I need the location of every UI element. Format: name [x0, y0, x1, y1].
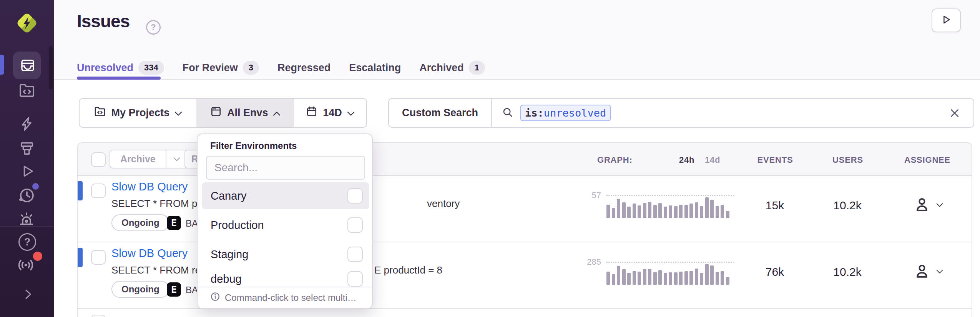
issue-select-checkbox[interactable] — [91, 250, 106, 265]
graph-range-24h[interactable]: 24h — [679, 155, 694, 165]
tab-escalating[interactable]: Escalating — [349, 62, 401, 74]
assignee-selector[interactable] — [914, 263, 943, 281]
sidebar-expand-button[interactable] — [22, 288, 35, 301]
info-icon — [210, 292, 220, 304]
play-outline-icon — [20, 163, 36, 179]
issue-title-link[interactable]: Slow DB Query — [111, 180, 188, 193]
app-logo[interactable] — [14, 10, 40, 36]
folder-code-icon — [18, 82, 36, 99]
title-help-icon[interactable]: ? — [146, 20, 161, 35]
chevron-down-icon — [174, 107, 182, 119]
tab-regressed[interactable]: Regressed — [277, 62, 331, 74]
event-sparkline — [606, 262, 734, 285]
sidebar-item-help[interactable]: ? — [18, 233, 36, 251]
search-input-area[interactable]: is:unresolved — [492, 105, 973, 121]
issue-tabs: Unresolved 334 For Review 3 Regressed Es… — [77, 58, 485, 77]
environments-filter-button[interactable]: All Envs — [196, 99, 294, 127]
env-option-canary[interactable]: Canary — [202, 182, 369, 209]
env-option-staging[interactable]: Staging — [202, 241, 369, 268]
sidebar-item-activity[interactable] — [17, 186, 36, 205]
page-filter-bar: My Projects All Envs — [79, 98, 367, 128]
assignee-selector[interactable] — [914, 197, 943, 214]
users-count: 10.2k — [821, 199, 874, 212]
date-range-filter-button[interactable]: 14D — [294, 99, 366, 127]
issue-subtitle-continued: E productId = 8 — [374, 264, 442, 276]
graph-range-14d[interactable]: 14d — [705, 155, 720, 165]
issue-subtitle-continued: ventory — [427, 198, 460, 210]
folder-code-icon — [94, 105, 106, 120]
tower-icon — [18, 139, 36, 157]
column-header-assignee: ASSIGNEE — [904, 155, 951, 165]
lightning-icon — [19, 115, 36, 132]
custom-search-button[interactable]: Custom Search — [389, 99, 492, 127]
tab-archived[interactable]: Archived 1 — [419, 61, 485, 75]
env-option-checkbox[interactable] — [347, 188, 363, 204]
inbox-icon — [20, 58, 35, 73]
user-icon — [914, 197, 930, 214]
issue-select-checkbox[interactable] — [91, 315, 106, 317]
column-header-events: EVENTS — [757, 155, 793, 165]
events-count: 15k — [748, 199, 802, 212]
search-clear-button[interactable] — [949, 107, 960, 120]
sidebar-item-projects[interactable] — [18, 82, 36, 99]
tab-for-review-count: 3 — [243, 61, 259, 75]
issue-title-link[interactable]: Slow DB Query — [111, 247, 188, 260]
tab-for-review[interactable]: For Review 3 — [183, 61, 259, 75]
whats-new-notification-dot — [33, 252, 42, 261]
page-title: Issues — [77, 11, 130, 32]
chevron-down-icon — [347, 107, 355, 119]
sidebar-item-whats-new[interactable] — [16, 255, 35, 275]
env-option-production[interactable]: Production — [202, 212, 369, 239]
window-icon — [210, 105, 222, 120]
project-platform-icon: E — [167, 216, 181, 230]
close-icon — [949, 113, 960, 120]
env-option-checkbox[interactable] — [347, 217, 363, 233]
activity-notification-dot — [32, 183, 39, 190]
issue-level-indicator — [78, 248, 83, 267]
select-all-checkbox[interactable] — [91, 152, 106, 167]
projects-filter-button[interactable]: My Projects — [80, 99, 196, 127]
play-icon — [940, 14, 952, 27]
archive-button[interactable]: Archive — [110, 153, 166, 165]
user-icon — [914, 263, 930, 281]
env-option-checkbox[interactable] — [347, 247, 363, 262]
column-header-graph: GRAPH: — [597, 155, 633, 165]
env-option-checkbox[interactable] — [347, 271, 363, 287]
issue-level-indicator — [78, 181, 83, 200]
search-token-is-unresolved[interactable]: is:unresolved — [520, 105, 611, 121]
chevron-up-icon — [273, 107, 281, 119]
issues-page: ? Issues ? — [0, 0, 980, 317]
tab-unresolved[interactable]: Unresolved 334 — [77, 61, 164, 75]
issue-select-checkbox[interactable] — [91, 184, 106, 198]
column-header-users: USERS — [832, 155, 864, 165]
sidebar: ? — [0, 0, 54, 317]
environment-filter-dropdown: Filter Environments Canary Production St… — [197, 133, 373, 309]
event-sparkline — [606, 195, 734, 218]
active-tab-underline — [77, 77, 161, 80]
status-badge[interactable]: Ongoing — [111, 214, 169, 231]
search-icon — [502, 107, 513, 120]
tab-archived-count: 1 — [469, 61, 485, 75]
events-count: 76k — [748, 265, 802, 279]
sidebar-item-replays[interactable] — [20, 163, 36, 179]
calendar-icon — [306, 105, 318, 120]
sidebar-item-performance[interactable] — [19, 115, 36, 132]
issue-subtitle: SELECT * FROM p — [111, 198, 197, 210]
status-badge[interactable]: Ongoing — [111, 281, 169, 298]
issue-search-bar: Custom Search is:unresolved — [388, 98, 974, 128]
sidebar-scroll-hint — [49, 46, 53, 89]
archive-dropdown-button[interactable] — [166, 157, 187, 162]
archive-button-group[interactable]: Archive — [110, 150, 188, 169]
chevron-down-icon — [936, 269, 943, 275]
clock-rewind-icon — [17, 186, 36, 205]
graph-peak-value: 57 — [573, 190, 601, 200]
sidebar-item-releases[interactable] — [18, 139, 36, 157]
broadcast-icon — [16, 255, 35, 275]
project-platform-icon: E — [167, 282, 181, 297]
tour-play-button[interactable] — [932, 8, 961, 32]
sidebar-item-issues[interactable] — [20, 58, 35, 73]
tab-unresolved-count: 334 — [138, 61, 164, 75]
question-glyph: ? — [24, 236, 31, 248]
environment-search-input[interactable] — [206, 156, 365, 180]
sidebar-active-indicator — [0, 55, 4, 75]
